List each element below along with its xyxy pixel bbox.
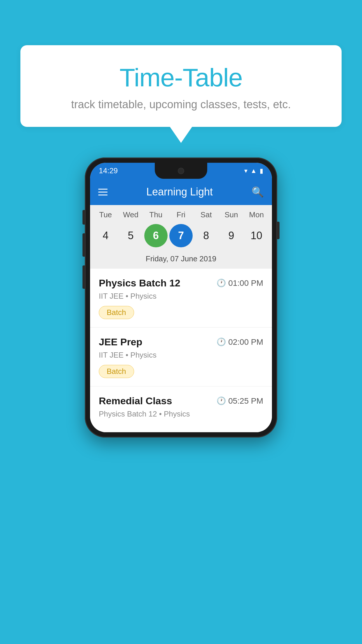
class-item-2[interactable]: Remedial Class 🕐 05:25 PM Physics Batch … xyxy=(90,386,272,432)
day-10[interactable]: 10 xyxy=(245,224,268,247)
class-name-1: JEE Prep xyxy=(99,336,142,348)
class-time-2: 🕐 05:25 PM xyxy=(217,396,263,406)
day-header-thu: Thu xyxy=(144,210,168,219)
class-header-0: Physics Batch 12 🕐 01:00 PM xyxy=(99,277,263,289)
volume-down-button xyxy=(82,265,85,289)
wifi-icon: ▾ xyxy=(244,167,247,175)
phone-notch xyxy=(155,163,207,179)
class-time-text-1: 02:00 PM xyxy=(228,337,263,347)
speech-bubble-title: Time-Table xyxy=(32,63,330,92)
class-header-2: Remedial Class 🕐 05:25 PM xyxy=(99,395,263,407)
clock-icon-1: 🕐 xyxy=(217,337,226,346)
class-meta-0: IIT JEE • Physics xyxy=(99,292,263,301)
speech-bubble-subtitle: track timetable, upcoming classes, tests… xyxy=(32,98,330,111)
class-name-2: Remedial Class xyxy=(99,395,172,407)
class-meta-2: Physics Batch 12 • Physics xyxy=(99,410,263,419)
calendar-section: Tue Wed Thu Fri Sat Sun Mon 4 5 6 7 8 9 … xyxy=(90,205,272,269)
phone-frame: 14:29 ▾ ▲ ▮ Learning Light 🔍 xyxy=(85,158,277,438)
front-camera xyxy=(178,168,184,174)
class-badge-0: Batch xyxy=(99,306,134,319)
search-button[interactable]: 🔍 xyxy=(252,186,264,198)
class-time-text-2: 05:25 PM xyxy=(228,396,263,406)
class-meta-1: IIT JEE • Physics xyxy=(99,351,263,360)
class-time-text-0: 01:00 PM xyxy=(228,279,263,288)
class-item-0[interactable]: Physics Batch 12 🕐 01:00 PM IIT JEE • Ph… xyxy=(90,269,272,328)
app-bar: Learning Light 🔍 xyxy=(90,179,272,205)
day-8[interactable]: 8 xyxy=(194,224,218,247)
day-numbers-row: 4 5 6 7 8 9 10 xyxy=(90,222,272,252)
clock-icon-0: 🕐 xyxy=(217,279,226,288)
class-badge-1: Batch xyxy=(99,365,134,378)
phone-container: 14:29 ▾ ▲ ▮ Learning Light 🔍 xyxy=(85,158,277,438)
battery-icon: ▮ xyxy=(260,167,263,175)
volume-up-button xyxy=(82,233,85,257)
speech-bubble-tail xyxy=(170,127,192,143)
day-header-sun: Sun xyxy=(220,210,243,219)
selected-date-label: Friday, 07 June 2019 xyxy=(90,252,272,269)
status-icons: ▾ ▲ ▮ xyxy=(244,167,263,175)
class-time-0: 🕐 01:00 PM xyxy=(217,279,263,288)
clock-icon-2: 🕐 xyxy=(217,396,226,405)
signal-icon: ▲ xyxy=(250,167,257,175)
class-name-0: Physics Batch 12 xyxy=(99,277,180,289)
day-7-selected[interactable]: 7 xyxy=(169,224,193,247)
volume-silent-button xyxy=(82,210,85,225)
day-header-mon: Mon xyxy=(245,210,268,219)
class-header-1: JEE Prep 🕐 02:00 PM xyxy=(99,336,263,348)
day-header-tue: Tue xyxy=(94,210,117,219)
class-item-1[interactable]: JEE Prep 🕐 02:00 PM IIT JEE • Physics Ba… xyxy=(90,328,272,386)
app-bar-title: Learning Light xyxy=(146,186,213,198)
class-time-1: 🕐 02:00 PM xyxy=(217,337,263,347)
day-header-fri: Fri xyxy=(169,210,193,219)
phone-screen: 14:29 ▾ ▲ ▮ Learning Light 🔍 xyxy=(90,163,272,432)
day-5[interactable]: 5 xyxy=(119,224,142,247)
day-4[interactable]: 4 xyxy=(94,224,117,247)
speech-bubble-container: Time-Table track timetable, upcoming cla… xyxy=(20,45,342,143)
day-header-wed: Wed xyxy=(119,210,142,219)
day-headers-row: Tue Wed Thu Fri Sat Sun Mon xyxy=(90,205,272,222)
status-time: 14:29 xyxy=(99,166,118,175)
hamburger-menu-button[interactable] xyxy=(98,189,108,195)
speech-bubble: Time-Table track timetable, upcoming cla… xyxy=(20,45,342,127)
day-9[interactable]: 9 xyxy=(220,224,243,247)
day-header-sat: Sat xyxy=(194,210,218,219)
power-button xyxy=(277,222,280,239)
day-6-today[interactable]: 6 xyxy=(144,224,168,247)
